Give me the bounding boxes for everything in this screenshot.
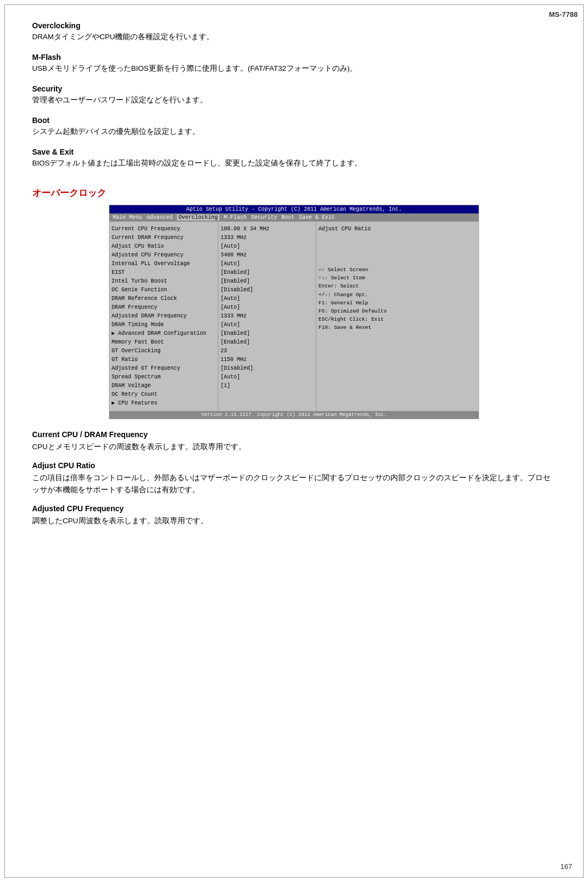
page-container: MS-7788 OverclockingDRAMタイミングやCPU機能の各種設定… — [4, 4, 584, 878]
bios-row-label-1: Current DRAM Frequency — [112, 234, 216, 242]
desc-title-0: Current CPU / DRAM Frequency — [32, 430, 556, 439]
bios-row-label-9: DRAM Frequency — [112, 303, 216, 312]
bios-row-label-0: Current CPU Frequency — [112, 225, 216, 234]
section-title-3: Boot — [32, 116, 556, 125]
bios-row-label-8: DRAM Reference Clock — [112, 295, 216, 303]
section-title-1: M-Flash — [32, 53, 556, 62]
desc-body-2: 調整したCPU周波数を表示します。読取専用です。 — [32, 515, 556, 527]
bios-row-value-6: [Enabled] — [220, 277, 314, 286]
bios-help-row: Enter: Select — [318, 282, 476, 290]
bios-row-label-5: EIST — [112, 268, 216, 277]
bios-menu-item[interactable]: Advanced — [146, 215, 173, 220]
bios-left-panel: Current CPU FrequencyCurrent DRAM Freque… — [109, 222, 218, 411]
desc-body-1: この項目は倍率をコントロールし、外部あるいはマザーボードのクロックスピードに関す… — [32, 472, 556, 495]
bios-row-value-17: [Disabled] — [220, 364, 314, 373]
descriptions-container: Current CPU / DRAM FrequencyCPUとメモリスピードの… — [32, 430, 556, 527]
bios-row-value-10: 1333 MHz — [220, 312, 314, 321]
bios-content: Current CPU FrequencyCurrent DRAM Freque… — [109, 222, 479, 411]
bios-help-row: ↑↓: Select Item — [318, 274, 476, 282]
bios-row-label-12: Advanced DRAM Configuration — [112, 329, 216, 338]
bios-row-label-20: CPU Features — [112, 399, 216, 408]
bios-row-label-3: Adjusted CPU Frequency — [112, 251, 216, 260]
bios-row-label-15: GT Ratio — [112, 356, 216, 364]
bios-row-value-1: 1333 MHz — [220, 234, 314, 242]
bios-row-value-2: [Auto] — [220, 242, 314, 251]
bios-row-value-15: 23 — [220, 347, 314, 356]
bios-row-value-18: [Auto] — [220, 373, 314, 382]
section-body-4: BIOSデフォルト値または工場出荷時の設定をロードし、変更した設定値を保存して終… — [32, 158, 556, 169]
bios-menu-item[interactable]: Overclocking — [177, 215, 219, 220]
bios-menu-bar: Main MenuAdvancedOverclockingM-FlashSecu… — [109, 213, 479, 222]
section-title-0: Overclocking — [32, 21, 556, 30]
sections-container: OverclockingDRAMタイミングやCPU機能の各種設定を行います。M-… — [32, 21, 556, 169]
bios-row-value-4: [Auto] — [220, 260, 314, 268]
section-body-2: 管理者やユーザーパスワード設定などを行います。 — [32, 95, 556, 106]
bios-help-row: +/-: Change Opt. — [318, 291, 476, 299]
bios-menu-item[interactable]: Boot — [281, 215, 295, 220]
bios-row-label-19: OC Retry Count — [112, 390, 216, 399]
section-title-2: Security — [32, 84, 556, 93]
bios-menu-item[interactable]: M-Flash — [224, 215, 247, 220]
desc-title-2: Adjusted CPU Frequency — [32, 504, 556, 513]
bios-help-row: ↔: Select Screen — [318, 266, 476, 274]
model-label: MS-7788 — [549, 10, 578, 19]
bios-help-row: F5: Optimized Defaults — [318, 307, 476, 315]
bios-row-value-9: [Auto] — [220, 303, 314, 312]
bios-row-label-14: GT OverClocking — [112, 347, 216, 356]
bios-row-label-13: Memory Fast Boot — [112, 338, 216, 347]
bios-footer: Version 2.15.1227. Copyright (C) 2011 Am… — [109, 411, 479, 419]
page-number: 167 — [560, 862, 572, 871]
bios-middle-panel: 100.00 X 34 MHz1333 MHz[Auto]3400 MHz[Au… — [218, 222, 316, 411]
bios-help-row: ESC/Right Click: Exit — [318, 315, 476, 323]
bios-row-value-5: [Enabled] — [220, 268, 314, 277]
bios-row-label-4: Internal PLL Overvoltage — [112, 260, 216, 268]
bios-screenshot: Aptio Setup Utility - Copyright (C) 2011… — [109, 205, 479, 419]
bios-row-value-11: [Auto] — [220, 321, 314, 329]
bios-menu-item[interactable]: Security — [251, 215, 277, 220]
bios-row-value-8: [Auto] — [220, 295, 314, 303]
bios-title: Aptio Setup Utility - Copyright (C) 2011… — [109, 205, 479, 213]
bios-row-value-19: [1] — [220, 382, 314, 390]
oc-heading: オーバークロック — [32, 187, 556, 199]
bios-row-label-16: Adjusted GT Frequency — [112, 364, 216, 373]
bios-row-label-7: OC Genie Function — [112, 286, 216, 295]
section-body-1: USBメモリドライブを使ったBIOS更新を行う際に使用します。(FAT/FAT3… — [32, 63, 556, 75]
bios-row-value-7: [Disabled] — [220, 286, 314, 295]
bios-row-value-13: [Enabled] — [220, 329, 314, 338]
bios-help-row: F1: General Help — [318, 299, 476, 307]
desc-body-0: CPUとメモリスピードの周波数を表示します。読取専用です。 — [32, 441, 556, 453]
section-body-0: DRAMタイミングやCPU機能の各種設定を行います。 — [32, 32, 556, 43]
bios-row-value-16: 1150 MHz — [220, 356, 314, 364]
bios-row-label-10: Adjusted DRAM Frequency — [112, 312, 216, 321]
bios-right-top-text: Adjust CPU Ratio — [318, 225, 476, 234]
bios-right-help: Adjust CPU Ratio↔: Select Screen↑↓: Sele… — [318, 225, 476, 332]
bios-menu-item[interactable]: Save & Exit — [299, 215, 335, 220]
bios-row-label-18: DRAM Voltage — [112, 382, 216, 390]
section-title-4: Save & Exit — [32, 148, 556, 156]
bios-help-row: F10: Save & Reset — [318, 323, 476, 332]
bios-row-label-2: Adjust CPU Ratio — [112, 242, 216, 251]
bios-row-label-11: DRAM Timing Mode — [112, 321, 216, 329]
bios-row-value-14: [Enabled] — [220, 338, 314, 347]
bios-menu-item[interactable]: Main Menu — [113, 215, 142, 220]
section-body-3: システム起動デバイスの優先順位を設定します。 — [32, 126, 556, 138]
bios-row-label-6: Intel Turbo Boost — [112, 277, 216, 286]
bios-row-value-0: 100.00 X 34 MHz — [220, 225, 314, 234]
bios-right-panel: Adjust CPU Ratio↔: Select Screen↑↓: Sele… — [316, 222, 479, 411]
desc-title-1: Adjust CPU Ratio — [32, 461, 556, 470]
bios-row-value-3: 3400 MHz — [220, 251, 314, 260]
bios-row-label-17: Spread Spectrum — [112, 373, 216, 382]
